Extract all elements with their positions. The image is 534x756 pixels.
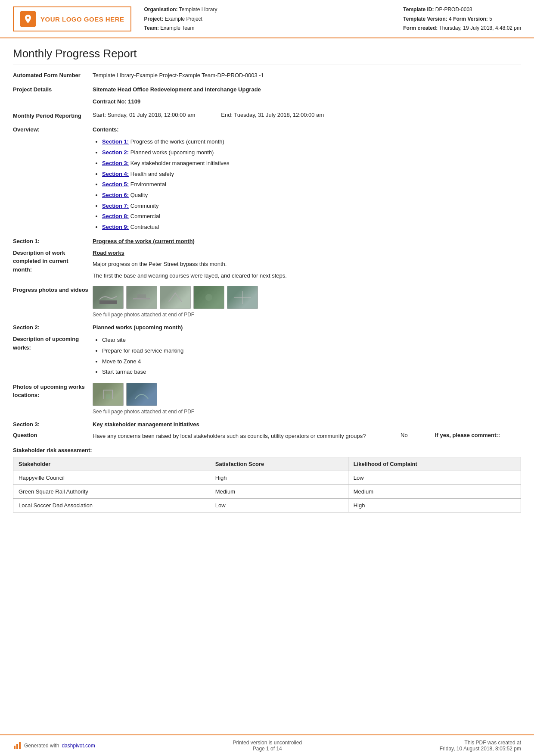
project-value: Example Project: [165, 16, 202, 22]
footer-left: Generated with dashpivot.com: [13, 741, 95, 750]
table-cell: Green Square Rail Authority: [13, 484, 210, 498]
photo-thumbnails: [93, 286, 521, 309]
header-meta-left: Organisation: Template Library Project: …: [144, 5, 217, 33]
svg-rect-9: [106, 394, 110, 399]
form-version-label: Form Version:: [453, 16, 488, 22]
list-item: Section 6: Quality: [102, 190, 521, 201]
section6-link[interactable]: Section 6:: [102, 192, 129, 198]
section1-text: Progress of the works (current month): [129, 138, 224, 145]
list-item: Section 3: Key stakeholder management in…: [102, 158, 521, 169]
section2-header-row: Section 2: Planned works (upcoming month…: [13, 324, 521, 331]
overview-row: Overview: Contents: Section 1: Progress …: [13, 125, 521, 233]
section2-text: Planned works (upcoming month): [129, 149, 214, 156]
progress-photos-content: See full page photos attached at end of …: [93, 286, 521, 319]
section3-header-row: Section 3: Key stakeholder management in…: [13, 421, 521, 428]
svg-rect-1: [99, 300, 117, 304]
section2-link[interactable]: Section 2:: [102, 149, 129, 156]
org-label: Organisation:: [144, 6, 178, 12]
list-item: Section 4: Health and safety: [102, 169, 521, 180]
template-id-label: Template ID:: [403, 6, 434, 12]
table-cell: Happyville Council: [13, 471, 210, 484]
section9-link[interactable]: Section 9:: [102, 224, 129, 230]
footer-center: Printed version is uncontrolled Page 1 o…: [233, 740, 302, 752]
logo-icon: [20, 11, 36, 27]
section7-link[interactable]: Section 7:: [102, 203, 129, 209]
footer-pdf-line2: Friday, 10 August 2018, 8:05:52 pm: [440, 746, 521, 752]
question-label: Question: [13, 432, 93, 438]
photo-thumb-2[interactable]: [126, 286, 157, 309]
list-item: Start tarmac base: [102, 367, 521, 378]
list-item: Prepare for road service marking: [102, 346, 521, 356]
list-item: Section 7: Community: [102, 201, 521, 212]
photo-thumb-1[interactable]: [93, 286, 124, 309]
upcoming-photo-thumb-2[interactable]: [126, 383, 157, 406]
list-item: Section 1: Progress of the works (curren…: [102, 137, 521, 147]
upcoming-photos-row: Photos of upcoming works locations: See …: [13, 383, 521, 416]
table-cell: Local Soccer Dad Association: [13, 498, 210, 512]
upcoming-desc-label: Description of upcoming works:: [13, 335, 93, 352]
form-created-value: Thursday, 19 July 2018, 4:48:02 pm: [439, 25, 521, 31]
list-item: Section 5: Environmental: [102, 179, 521, 190]
table-cell: Medium: [348, 484, 521, 498]
stakeholder-table: Stakeholder Satisfaction Score Likelihoo…: [13, 457, 521, 512]
table-header-row: Stakeholder Satisfaction Score Likelihoo…: [13, 457, 521, 471]
list-item: Section 8: Commercial: [102, 211, 521, 222]
upcoming-desc-content: Clear site Prepare for road service mark…: [93, 335, 521, 378]
upcoming-photos-label: Photos of upcoming works locations:: [13, 383, 93, 400]
table-cell: Low: [348, 471, 521, 484]
footer-pdf-line1: This PDF was created at: [440, 740, 521, 746]
section7-text: Community: [129, 203, 158, 209]
section3-link[interactable]: Section 3:: [102, 160, 129, 166]
section3-text: Key stakeholder management initiatives: [129, 160, 229, 166]
question-row: Question Have any concerns been raised b…: [13, 432, 521, 441]
section8-link[interactable]: Section 8:: [102, 213, 129, 219]
upcoming-list: Clear site Prepare for road service mark…: [93, 335, 521, 378]
section1-header-row: Section 1: Progress of the works (curren…: [13, 238, 521, 244]
section1-link[interactable]: Section 1:: [102, 138, 129, 145]
table-cell: High: [348, 498, 521, 512]
desc-work-label: Description of work completed in current…: [13, 249, 93, 274]
table-header-stakeholder: Stakeholder: [13, 457, 210, 471]
list-item: Clear site: [102, 335, 521, 346]
footer-dashpivot-link[interactable]: dashpivot.com: [62, 743, 95, 749]
road-works-text1: Major progress on the Peter Street bypas…: [93, 260, 521, 269]
section6-text: Quality: [129, 192, 148, 198]
photo-thumb-4[interactable]: [193, 286, 224, 309]
table-row: Happyville Council High Low: [13, 471, 521, 484]
project-details-value: Sitemate Head Office Redevelopment and I…: [93, 85, 521, 94]
footer-right: This PDF was created at Friday, 10 Augus…: [440, 740, 521, 752]
question-no: No: [400, 432, 426, 438]
section2-label: Section 2:: [13, 324, 93, 331]
section4-link[interactable]: Section 4:: [102, 171, 129, 177]
report-title: Monthly Progress Report: [13, 47, 521, 65]
progress-photos-label: Progress photos and videos: [13, 286, 93, 294]
table-cell: Medium: [210, 484, 348, 498]
team-label: Team:: [144, 25, 159, 31]
question-content: Have any concerns been raised by local s…: [93, 432, 521, 441]
contract-label: Contract No:: [93, 98, 127, 105]
automated-form-label: Automated Form Number: [13, 71, 93, 80]
photo-thumb-5[interactable]: [227, 286, 258, 309]
section5-link[interactable]: Section 5:: [102, 181, 129, 187]
form-created-label: Form created:: [403, 25, 438, 31]
section8-text: Commercial: [129, 213, 160, 219]
contents-list: Section 1: Progress of the works (curren…: [93, 137, 521, 232]
section4-text: Health and safety: [129, 171, 174, 177]
project-details-content: Sitemate Head Office Redevelopment and I…: [93, 85, 521, 107]
table-cell: High: [210, 471, 348, 484]
upcoming-photo-thumb-1[interactable]: [93, 383, 124, 406]
svg-point-6: [205, 294, 212, 301]
automated-form-value: Template Library-Example Project-Example…: [93, 71, 521, 80]
svg-rect-3: [137, 294, 146, 298]
photo-thumb-3[interactable]: [160, 286, 191, 309]
svg-rect-13: [19, 742, 21, 749]
table-header-likelihood: Likelihood of Complaint: [348, 457, 521, 471]
header-meta-right: Template ID: DP-PROD-0003 Template Versi…: [403, 5, 521, 33]
project-details-row: Project Details Sitemate Head Office Red…: [13, 85, 521, 107]
table-row: Green Square Rail Authority Medium Mediu…: [13, 484, 521, 498]
road-works-text2: The first the base and wearing courses w…: [93, 272, 521, 281]
header: YOUR LOGO GOES HERE Organisation: Templa…: [0, 0, 534, 38]
upcoming-photo-thumbnails: [93, 383, 521, 406]
project-details-label: Project Details: [13, 85, 93, 94]
photos-caption: See full page photos attached at end of …: [93, 311, 521, 319]
